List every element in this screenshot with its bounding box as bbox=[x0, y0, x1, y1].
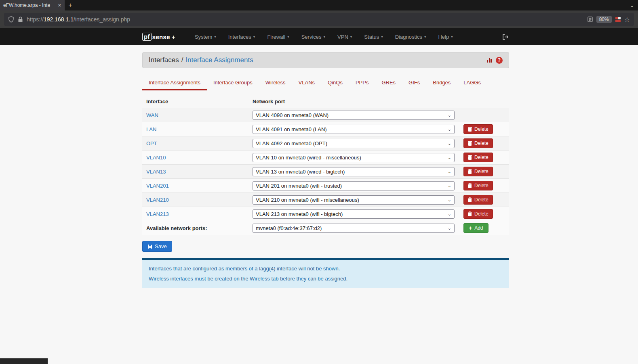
url-bar[interactable]: https://192.168.1.1/interfaces_assign.ph… bbox=[4, 13, 634, 26]
nav-item-interfaces[interactable]: Interfaces ▾ bbox=[228, 34, 255, 40]
interface-link[interactable]: LAN bbox=[146, 126, 156, 132]
chevron-down-icon: ⌄ bbox=[448, 211, 451, 217]
tab-vlans[interactable]: VLANs bbox=[292, 76, 321, 90]
tab-qinqs[interactable]: QinQs bbox=[321, 76, 349, 90]
tab-gifs[interactable]: GIFs bbox=[402, 76, 426, 90]
nav-item-firewall[interactable]: Firewall ▾ bbox=[267, 34, 289, 40]
column-header-network-port: Network port bbox=[253, 98, 459, 105]
network-port-select[interactable]: VLAN 10 on mvneta0 (wired - miscellaneou… bbox=[253, 153, 455, 162]
nav-item-services[interactable]: Services ▾ bbox=[301, 34, 325, 40]
interface-link[interactable]: WAN bbox=[146, 112, 158, 118]
delete-button[interactable]: Delete bbox=[463, 181, 493, 190]
network-port-select[interactable]: VLAN 4092 on mvneta0 (OPT) ⌄ bbox=[253, 139, 455, 148]
table-row-lan: LAN VLAN 4091 on mvneta0 (LAN) ⌄ Delete bbox=[142, 122, 509, 136]
nav-item-vpn[interactable]: VPN ▾ bbox=[337, 34, 352, 40]
interface-link[interactable]: OPT bbox=[146, 140, 157, 146]
network-port-select[interactable]: VLAN 213 on mvneta0 (wifi - bigtech) ⌄ bbox=[253, 209, 455, 219]
breadcrumb-page[interactable]: Interface Assignments bbox=[185, 56, 253, 64]
trash-icon bbox=[468, 169, 472, 174]
network-port-select[interactable]: VLAN 210 on mvneta0 (wifi - miscellaneou… bbox=[253, 195, 455, 205]
zoom-level-badge[interactable]: 80% bbox=[596, 16, 612, 23]
nav-item-status[interactable]: Status ▾ bbox=[364, 34, 383, 40]
trash-icon bbox=[468, 183, 472, 188]
delete-button[interactable]: Delete bbox=[463, 153, 493, 162]
interface-link[interactable]: VLAN13 bbox=[146, 169, 166, 175]
interface-link[interactable]: VLAN10 bbox=[146, 155, 166, 161]
tab-ppps[interactable]: PPPs bbox=[349, 76, 375, 90]
delete-button[interactable]: Delete bbox=[463, 138, 493, 148]
network-port-select[interactable]: VLAN 4091 on mvneta0 (LAN) ⌄ bbox=[253, 125, 455, 134]
new-tab-button[interactable]: + bbox=[65, 0, 76, 10]
table-header-row: Interface Network port bbox=[142, 96, 509, 108]
url-text[interactable]: https://192.168.1.1/interfaces_assign.ph… bbox=[27, 16, 584, 23]
help-icon[interactable]: ? bbox=[496, 57, 503, 64]
breadcrumb-separator: / bbox=[181, 56, 183, 64]
interface-link[interactable]: VLAN213 bbox=[146, 211, 169, 217]
tab-gres[interactable]: GREs bbox=[375, 76, 402, 90]
trash-icon bbox=[468, 141, 472, 146]
table-row-vlan201: VLAN201 VLAN 201 on mvneta0 (wifi - trus… bbox=[142, 179, 509, 193]
trash-icon bbox=[468, 155, 472, 160]
table-row-opt: OPT VLAN 4092 on mvneta0 (OPT) ⌄ Delete bbox=[142, 136, 509, 151]
status-chart-icon[interactable] bbox=[487, 58, 492, 63]
chevron-down-icon: ⌄ bbox=[448, 169, 451, 174]
table-row-vlan210: VLAN210 VLAN 210 on mvneta0 (wifi - misc… bbox=[142, 193, 509, 207]
table-row-vlan213: VLAN213 VLAN 213 on mvneta0 (wifi - bigt… bbox=[142, 207, 509, 221]
lock-icon[interactable] bbox=[18, 17, 23, 23]
delete-button[interactable]: Delete bbox=[463, 195, 493, 205]
tab-bridges[interactable]: Bridges bbox=[426, 76, 457, 90]
network-port-select[interactable]: VLAN 201 on mvneta0 (wifi - trusted) ⌄ bbox=[253, 181, 455, 190]
tab-laggs[interactable]: LAGGs bbox=[457, 76, 487, 90]
caret-down-icon: ▾ bbox=[253, 35, 255, 39]
tab-interface-groups[interactable]: Interface Groups bbox=[207, 76, 259, 90]
trash-icon bbox=[468, 197, 472, 202]
trash-icon bbox=[468, 211, 472, 216]
extension-icon[interactable] bbox=[615, 17, 621, 22]
save-button[interactable]: Save bbox=[142, 241, 172, 252]
nav-item-label: System bbox=[195, 34, 212, 40]
nav-item-help[interactable]: Help ▾ bbox=[438, 34, 453, 40]
url-path: /interfaces_assign.php bbox=[74, 16, 130, 23]
shield-icon[interactable] bbox=[8, 16, 14, 23]
list-all-tabs-icon[interactable]: ⌄ bbox=[626, 0, 638, 10]
nav-item-system[interactable]: System ▾ bbox=[195, 34, 216, 40]
page-tabs: Interface Assignments Interface Groups W… bbox=[142, 76, 509, 90]
info-message-lagg: Interfaces that are configured as member… bbox=[149, 266, 503, 272]
logout-icon[interactable] bbox=[502, 34, 509, 40]
interface-link[interactable]: VLAN201 bbox=[146, 183, 169, 189]
nav-item-label: Interfaces bbox=[228, 34, 251, 40]
chevron-down-icon: ⌄ bbox=[448, 155, 451, 160]
add-button[interactable]: + Add bbox=[463, 223, 489, 233]
delete-button[interactable]: Delete bbox=[463, 124, 493, 134]
available-port-select[interactable]: mvneta0 (f0:ad:4e:37:67:d2) ⌄ bbox=[253, 224, 455, 233]
interface-link[interactable]: VLAN210 bbox=[146, 197, 169, 203]
table-row-available-ports: Available network ports: mvneta0 (f0:ad:… bbox=[142, 221, 509, 235]
nav-item-label: Help bbox=[438, 34, 449, 40]
reader-mode-icon[interactable] bbox=[587, 17, 593, 22]
browser-tab[interactable]: eFW.home.arpa - Inte ✕ bbox=[0, 0, 65, 10]
tab-interface-assignments[interactable]: Interface Assignments bbox=[142, 76, 207, 90]
logo-plus: + bbox=[172, 33, 175, 40]
info-message-wireless: Wireless interfaces must be created on t… bbox=[149, 276, 503, 282]
bookmark-star-icon[interactable]: ☆ bbox=[624, 16, 630, 23]
tab-wireless[interactable]: Wireless bbox=[259, 76, 292, 90]
network-port-select[interactable]: VLAN 4090 on mvneta0 (WAN) ⌄ bbox=[253, 111, 455, 120]
nav-item-label: Services bbox=[301, 34, 322, 40]
delete-button[interactable]: Delete bbox=[463, 209, 493, 219]
pfsense-navbar: pfsense+ System ▾ Interfaces ▾ Firewall … bbox=[0, 28, 638, 45]
delete-button[interactable]: Delete bbox=[463, 167, 493, 176]
chevron-down-icon: ⌄ bbox=[448, 197, 451, 203]
nav-item-label: Diagnostics bbox=[395, 34, 422, 40]
tabbar-spacer bbox=[76, 0, 626, 10]
tab-title: eFW.home.arpa - Inte bbox=[3, 2, 55, 8]
network-port-select[interactable]: VLAN 13 on mvneta0 (wired - bigtech) ⌄ bbox=[253, 167, 455, 176]
pfsense-logo[interactable]: pfsense+ bbox=[142, 33, 175, 41]
url-scheme: https:// bbox=[27, 16, 44, 23]
nav-item-diagnostics[interactable]: Diagnostics ▾ bbox=[395, 34, 426, 40]
column-header-interface: Interface bbox=[146, 98, 253, 105]
browser-toolbar: https://192.168.1.1/interfaces_assign.ph… bbox=[0, 10, 638, 28]
caret-down-icon: ▾ bbox=[424, 35, 426, 39]
nav-item-label: Firewall bbox=[267, 34, 285, 40]
close-tab-icon[interactable]: ✕ bbox=[58, 3, 61, 8]
logo-pf: pf bbox=[142, 33, 152, 41]
